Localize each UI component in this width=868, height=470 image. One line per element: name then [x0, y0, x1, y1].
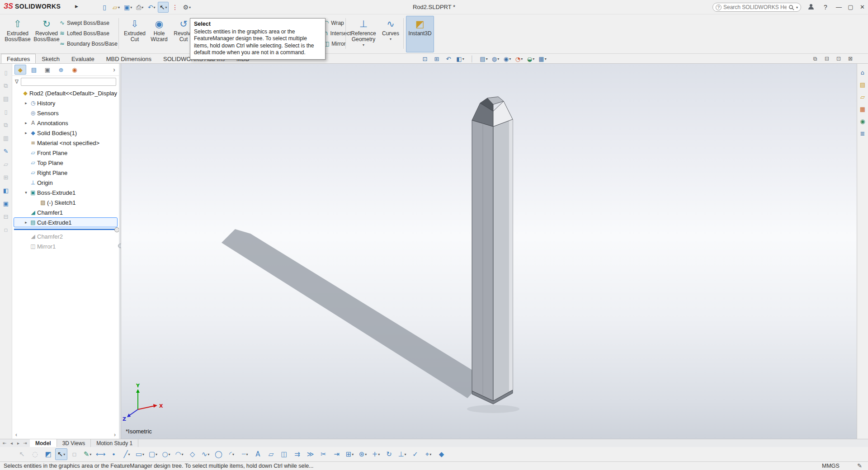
- apply-scene-icon[interactable]: ◒▾: [525, 54, 536, 63]
- menu-flyout-arrow-icon[interactable]: ▶: [75, 4, 78, 9]
- view-palette-icon[interactable]: ▦: [857, 104, 868, 114]
- document-copy-icon[interactable]: ⧉: [0, 120, 11, 130]
- ellipse-icon[interactable]: ◯: [212, 448, 225, 460]
- search-dropdown-caret-icon[interactable]: ▾: [796, 5, 798, 9]
- tab-features[interactable]: Features: [1, 54, 36, 63]
- document-small-icon[interactable]: ▫: [0, 225, 11, 235]
- tree-item-right-plane[interactable]: ▱Right Plane: [14, 168, 118, 178]
- dropdown-caret-icon[interactable]: ▾: [390, 37, 392, 41]
- edit-appearance-icon[interactable]: ◔▾: [514, 54, 524, 63]
- dropdown-caret-icon[interactable]: ▾: [63, 452, 65, 456]
- expander-icon[interactable]: ▸: [23, 131, 29, 135]
- lofted-boss-base-button[interactable]: ≋ Lofted Boss/Base: [60, 28, 109, 38]
- search-input[interactable]: [723, 4, 787, 10]
- window-minimize-button[interactable]: —: [833, 0, 844, 14]
- design-library-icon[interactable]: ▤: [857, 80, 868, 89]
- move-entities-icon[interactable]: +▾: [370, 448, 382, 460]
- expander-icon[interactable]: ▾: [23, 190, 29, 195]
- view-orientation-icon[interactable]: ▤▾: [478, 54, 489, 63]
- dropdown-caret-icon[interactable]: ▾: [156, 452, 157, 456]
- expander-icon[interactable]: ▸: [23, 121, 29, 125]
- dropdown-caret-icon[interactable]: ▾: [142, 5, 143, 9]
- tab-scroll-next-icon[interactable]: ▸: [15, 440, 21, 446]
- revolved-boss-base-button[interactable]: ↻ RevolvedBoss/Base: [33, 16, 61, 52]
- rebuild-traffic-light-icon[interactable]: ⋮: [170, 2, 180, 13]
- tree-item-chamfer1[interactable]: ◢Chamfer1: [14, 207, 118, 217]
- tree-scroll-right-icon[interactable]: ›: [112, 432, 118, 438]
- hex-rod-model[interactable]: [472, 97, 513, 404]
- view-settings-icon[interactable]: ▦▾: [537, 54, 548, 63]
- tab-3d-views[interactable]: 3D Views: [57, 439, 91, 447]
- dropdown-caret-icon[interactable]: ▾: [352, 452, 354, 456]
- display-style-icon[interactable]: ◍▾: [490, 54, 501, 63]
- document-icon[interactable]: ▯: [0, 107, 11, 117]
- toolbar-separator[interactable]: │: [467, 54, 477, 63]
- user-account-icon[interactable]: [807, 3, 815, 12]
- dropdown-caret-icon[interactable]: ▾: [521, 57, 523, 61]
- document-box-icon[interactable]: ▣: [0, 198, 11, 208]
- line-icon[interactable]: ╱▾: [121, 448, 133, 460]
- edit-sketch-icon[interactable]: ✎: [0, 146, 11, 156]
- tab-sketch[interactable]: Sketch: [36, 54, 66, 63]
- display-relations-icon[interactable]: ⊥▾: [396, 448, 408, 460]
- dropdown-caret-icon[interactable]: ▾: [130, 5, 132, 9]
- extruded-cut-button[interactable]: ⇩ ExtrudedCut: [123, 16, 146, 52]
- panel-expand-chevron-icon[interactable]: ›: [111, 66, 117, 73]
- document-icon[interactable]: ▯: [0, 67, 11, 77]
- dropdown-caret-icon[interactable]: ▾: [165, 5, 167, 9]
- trim-entities-icon[interactable]: ✂: [317, 448, 330, 460]
- tree-item-history[interactable]: ▸◷History: [14, 98, 118, 108]
- polygon-icon[interactable]: ◇: [186, 448, 198, 460]
- dropdown-caret-icon[interactable]: ▾: [208, 452, 209, 456]
- dimxpertmanager-tab-icon[interactable]: ⊕: [55, 65, 67, 75]
- hole-wizard-button[interactable]: ◉ HoleWizard: [147, 16, 171, 52]
- window-maximize-button[interactable]: ▢: [845, 0, 856, 14]
- document-plane-icon[interactable]: ▱: [0, 159, 11, 169]
- tree-item-annotations[interactable]: ▸AAnnotations: [14, 118, 118, 128]
- plane-icon[interactable]: ▱: [265, 448, 277, 460]
- edit-status-icon[interactable]: ✎: [857, 462, 862, 469]
- dropdown-caret-icon[interactable]: ▾: [128, 452, 130, 456]
- mirror-entities-icon[interactable]: ◫: [278, 448, 290, 460]
- save-icon[interactable]: ▣▾: [123, 2, 133, 13]
- circular-pattern-icon[interactable]: ⊛▾: [357, 448, 369, 460]
- sketch-icon[interactable]: ✎▾: [81, 448, 94, 460]
- extend-entities-icon[interactable]: ⇥: [330, 448, 343, 460]
- select-cursor-icon[interactable]: ↖▾: [158, 2, 169, 13]
- expander-icon[interactable]: ▸: [23, 101, 29, 105]
- circle-icon[interactable]: ○▾: [160, 448, 172, 460]
- rotate-entities-icon[interactable]: ↻: [383, 448, 395, 460]
- document-list-icon[interactable]: ▤: [0, 94, 11, 103]
- reference-geometry-button[interactable]: ⊥ ReferenceGeometry ▾: [349, 16, 378, 52]
- dropdown-caret-icon[interactable]: ▾: [169, 452, 170, 456]
- units-indicator[interactable]: MMGS: [822, 463, 840, 469]
- appearances-scenes-icon[interactable]: ◉: [857, 116, 868, 126]
- doc-cascade-icon[interactable]: ⧉: [810, 54, 821, 63]
- zoom-to-fit-icon[interactable]: ⊡: [420, 54, 430, 63]
- previous-view-icon[interactable]: ↶: [443, 54, 454, 63]
- custom-properties-icon[interactable]: ≣: [857, 128, 868, 138]
- dropdown-caret-icon[interactable]: ▾: [189, 5, 191, 9]
- swept-boss-base-button[interactable]: ∿ Swept Boss/Base: [60, 18, 109, 28]
- displaymanager-tab-icon[interactable]: ◉: [69, 65, 80, 75]
- dropdown-caret-icon[interactable]: ▾: [90, 452, 91, 456]
- tree-item-material-not-specified[interactable]: ≡Material <not specified>: [14, 138, 118, 148]
- tree-item-front-plane[interactable]: ▱Front Plane: [14, 148, 118, 158]
- centerline-icon[interactable]: ┄▾: [239, 448, 251, 460]
- tab-scroll-last-icon[interactable]: ⇥: [22, 440, 28, 446]
- offset-entities-icon[interactable]: ≫: [304, 448, 316, 460]
- tree-item-top-plane[interactable]: ▱Top Plane: [14, 158, 118, 168]
- display-pane-icon[interactable]: ◧: [0, 185, 11, 195]
- box-select-icon[interactable]: ▫: [68, 448, 80, 460]
- tree-scroll-left-icon[interactable]: ‹: [13, 432, 19, 438]
- 3d-model-canvas[interactable]: Y X Z: [121, 64, 857, 439]
- dropdown-caret-icon[interactable]: ▾: [154, 5, 156, 9]
- search-icon[interactable]: [788, 5, 794, 10]
- dropdown-caret-icon[interactable]: ▾: [497, 57, 499, 61]
- extruded-boss-base-button[interactable]: ⇧ ExtrudedBoss/Base: [4, 16, 32, 52]
- lasso-select-icon[interactable]: ◌: [29, 448, 41, 460]
- propertymanager-tab-icon[interactable]: ▤: [28, 65, 40, 75]
- tree-filter-input[interactable]: [21, 78, 116, 86]
- open-document-icon[interactable]: ▱▾: [111, 2, 122, 13]
- tree-item-chamfer2[interactable]: ◢Chamfer2: [14, 231, 118, 241]
